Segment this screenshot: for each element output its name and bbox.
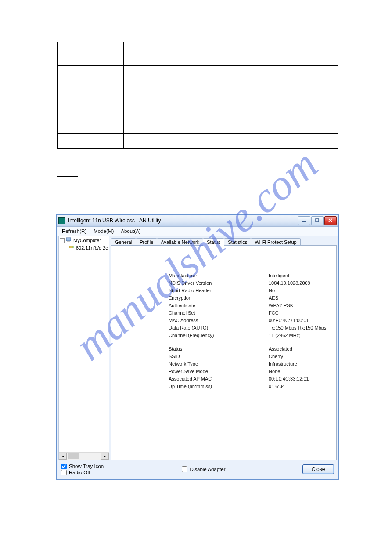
svg-rect-6 [69, 246, 73, 248]
tab-available-network[interactable]: Available Network [157, 238, 203, 246]
disable-adapter-label: Disable Adapter [190, 467, 225, 472]
status-value: 1084.19.1028.2009 [269, 279, 310, 287]
menu-mode[interactable]: Mode(M) [90, 229, 117, 234]
status-value: 00:E0:4C:71:00:01 [269, 317, 309, 324]
titlebar[interactable]: Intelligent 11n USB Wireless LAN Utility [57, 215, 338, 227]
status-row: ManufacturerIntelligent [169, 272, 326, 279]
outline-table [57, 42, 338, 149]
status-label: Up Time (hh:mm:ss) [169, 383, 269, 390]
status-value: No [269, 287, 275, 294]
scroll-left-icon[interactable]: ◂ [59, 453, 67, 460]
tree-root-label: MyComputer [73, 238, 101, 243]
status-label: MAC Address [169, 317, 269, 324]
status-row: Data Rate (AUTO)Tx:150 Mbps Rx:150 Mbps [169, 324, 326, 332]
svg-rect-1 [316, 219, 319, 222]
radio-off-label: Radio Off [69, 470, 90, 475]
window-controls [298, 216, 337, 225]
status-label: Channel Set [169, 309, 269, 317]
tree-child-label: 802.11n/b/g 2c [76, 245, 108, 250]
status-row: MAC Address00:E0:4C:71:00:01 [169, 317, 326, 324]
tree-collapse-icon[interactable]: − [60, 238, 65, 243]
utility-window: Intelligent 11n USB Wireless LAN Utility… [56, 214, 339, 480]
menubar: Refresh(R) Mode(M) About(A) [57, 227, 338, 236]
computer-icon [66, 237, 72, 243]
app-icon [58, 217, 65, 224]
status-row: NDIS Driver Version1084.19.1028.2009 [169, 279, 326, 287]
status-grid: ManufacturerIntelligentNDIS Driver Versi… [169, 272, 326, 390]
scroll-thumb[interactable] [68, 453, 79, 459]
status-row: Up Time (hh:mm:ss)0:16:34 [169, 383, 326, 390]
status-row: Channel (Frequency)11 (2462 MHz) [169, 332, 326, 339]
svg-point-7 [72, 246, 74, 248]
disable-adapter-checkbox[interactable]: Disable Adapter [182, 466, 225, 472]
status-label: SSID [169, 353, 269, 360]
status-value: 00:E0:4C:33:12:01 [269, 375, 309, 383]
window-title: Intelligent 11n USB Wireless LAN Utility [68, 218, 298, 224]
status-label: Status [169, 345, 269, 353]
tab-general[interactable]: General [111, 238, 136, 246]
status-row: SSIDCherry [169, 353, 326, 360]
status-value: Infrastructure [269, 360, 297, 368]
status-value: 0:16:34 [269, 383, 285, 390]
status-label: Short Radio Header [169, 287, 269, 294]
status-value: Intelligent [269, 272, 289, 279]
menu-about[interactable]: About(A) [117, 229, 144, 234]
status-label: Encryption [169, 294, 269, 302]
window-footer: Show Tray Icon Radio Off Disable Adapter… [61, 462, 334, 477]
tree-hscrollbar[interactable]: ◂ ▸ [59, 452, 109, 460]
status-value: Associated [269, 345, 292, 353]
scroll-right-icon[interactable]: ▸ [101, 453, 109, 460]
status-value: AES [269, 294, 278, 302]
status-row: Channel SetFCC [169, 309, 326, 317]
status-row: AuthenticateWPA2-PSK [169, 302, 326, 309]
status-label: Associated AP MAC [169, 375, 269, 383]
adapter-icon [68, 245, 75, 250]
adapter-tree[interactable]: − MyComputer 802.11n/b/g 2c ◂ ▸ [58, 236, 109, 460]
tab-statistics[interactable]: Statistics [224, 238, 251, 246]
status-label: Manufacturer [169, 272, 269, 279]
close-window-button[interactable] [324, 216, 337, 225]
status-row: Short Radio HeaderNo [169, 287, 326, 294]
status-value: WPA2-PSK [269, 302, 293, 309]
minimize-button[interactable] [298, 216, 310, 225]
section-heading-underline [57, 170, 78, 177]
status-label: Power Save Mode [169, 368, 269, 375]
status-row: Network TypeInfrastructure [169, 360, 326, 368]
status-label: Network Type [169, 360, 269, 368]
status-panel: ManufacturerIntelligentNDIS Driver Versi… [111, 245, 337, 460]
tab-profile[interactable]: Profile [136, 238, 157, 246]
maximize-button[interactable] [311, 216, 324, 225]
tab-wifi-protect-setup[interactable]: Wi-Fi Protect Setup [251, 238, 300, 246]
show-tray-label: Show Tray Icon [69, 464, 104, 469]
status-row: Power Save ModeNone [169, 368, 326, 375]
status-row: Associated AP MAC00:E0:4C:33:12:01 [169, 375, 326, 383]
status-value: FCC [269, 309, 279, 317]
tab-status[interactable]: Status [203, 238, 224, 246]
svg-rect-5 [67, 241, 70, 242]
status-label: Channel (Frequency) [169, 332, 269, 339]
show-tray-icon-checkbox[interactable]: Show Tray Icon [61, 464, 140, 469]
status-label: Authenticate [169, 302, 269, 309]
status-label: Data Rate (AUTO) [169, 324, 269, 332]
tabstrip: General Profile Available Network Status… [111, 236, 337, 246]
status-row: EncryptionAES [169, 294, 326, 302]
status-value: None [269, 368, 280, 375]
menu-refresh[interactable]: Refresh(R) [58, 229, 90, 234]
status-label: NDIS Driver Version [169, 279, 269, 287]
status-value: Cherry [269, 353, 283, 360]
radio-off-checkbox[interactable]: Radio Off [61, 470, 140, 475]
status-value: 11 (2462 MHz) [269, 332, 301, 339]
close-button[interactable]: Close [302, 464, 334, 474]
svg-rect-4 [66, 238, 71, 241]
status-row: StatusAssociated [169, 345, 326, 353]
status-value: Tx:150 Mbps Rx:150 Mbps [269, 324, 326, 332]
